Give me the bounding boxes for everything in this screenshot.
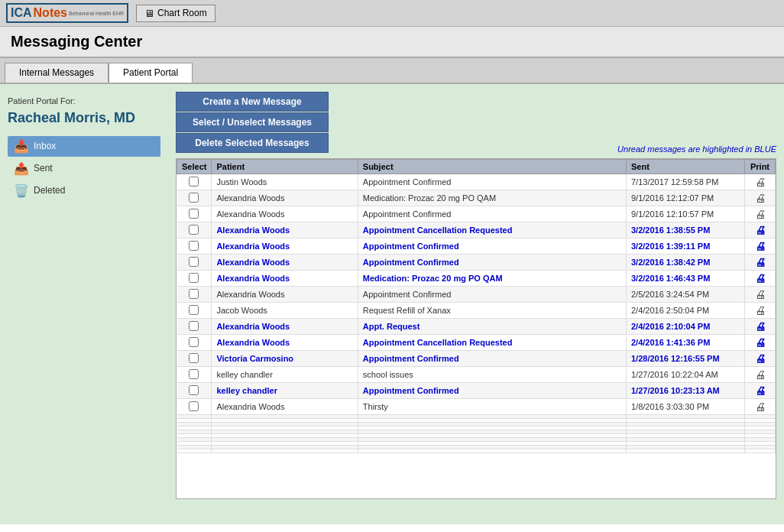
inbox-icon: 📥 — [14, 139, 29, 154]
print-icon[interactable]: 🖨 — [755, 240, 766, 252]
table-row: Alexandria WoodsMedication: Prozac 20 mg… — [177, 271, 776, 287]
sidebar: Patient Portal For: Racheal Morris, MD 📥… — [0, 84, 168, 524]
logo: ICANotes Behavioral Health EHR — [6, 3, 128, 23]
row-checkbox[interactable] — [189, 385, 199, 395]
select-unselect-button[interactable]: Select / Unselect Messages — [176, 112, 329, 132]
row-patient: Alexandria Woods — [212, 319, 358, 335]
row-checkbox[interactable] — [189, 257, 199, 267]
row-patient: kelley chandler — [212, 383, 358, 399]
sent-label: Sent — [34, 163, 53, 174]
row-sent — [627, 449, 745, 453]
table-row — [177, 449, 776, 453]
row-checkbox[interactable] — [189, 241, 199, 251]
row-checkbox[interactable] — [189, 353, 199, 363]
col-patient: Patient — [212, 160, 358, 174]
logo-subtitle: Behavioral Health EHR — [69, 11, 124, 16]
print-icon[interactable]: 🖨 — [755, 336, 766, 349]
row-checkbox[interactable] — [189, 273, 199, 283]
row-subject: school issues — [358, 367, 626, 383]
unread-notice: Unread messages are highlighted in BLUE — [617, 144, 776, 154]
row-checkbox[interactable] — [189, 177, 199, 187]
row-select-cell — [177, 367, 212, 383]
row-patient: Alexandria Woods — [212, 287, 358, 303]
row-select-cell — [177, 206, 212, 222]
row-patient — [212, 449, 358, 453]
row-patient: Alexandria Woods — [212, 222, 358, 238]
print-icon[interactable]: 🖨 — [755, 352, 766, 365]
row-checkbox[interactable] — [189, 337, 199, 347]
row-subject: Medication: Prozac 20 mg PO QAM — [358, 190, 626, 206]
row-sent: 2/4/2016 1:41:36 PM — [627, 335, 745, 351]
row-select-cell — [177, 287, 212, 303]
sidebar-item-inbox[interactable]: 📥 Inbox — [8, 136, 160, 157]
row-checkbox[interactable] — [189, 225, 199, 235]
table-row: Alexandria WoodsMedication: Prozac 20 mg… — [177, 190, 776, 206]
row-sent: 1/27/2016 10:22:04 AM — [627, 367, 745, 383]
main-content: Patient Portal For: Racheal Morris, MD 📥… — [0, 84, 784, 524]
row-sent: 7/13/2017 12:59:58 PM — [627, 174, 745, 190]
row-print-cell: 🖨 — [745, 319, 776, 335]
row-subject: Appointment Confirmed — [358, 255, 626, 271]
tab-patient-portal[interactable]: Patient Portal — [109, 63, 193, 83]
deleted-icon: 🗑️ — [14, 183, 29, 198]
row-select-cell — [177, 222, 212, 238]
table-row: Victoria CarmosinoAppointment Confirmed1… — [177, 351, 776, 367]
row-print-cell: 🖨 — [745, 238, 776, 255]
tab-internal-messages[interactable]: Internal Messages — [5, 63, 109, 83]
print-icon[interactable]: 🖨 — [755, 208, 766, 220]
chart-room-button[interactable]: 🖥 Chart Room — [136, 5, 215, 22]
print-icon[interactable]: 🖨 — [755, 272, 766, 284]
patient-portal-label: Patient Portal For: — [8, 96, 160, 105]
row-checkbox[interactable] — [189, 305, 199, 315]
inbox-label: Inbox — [34, 141, 56, 151]
row-print-cell: 🖨 — [745, 190, 776, 206]
table-row: Jacob WoodsRequest Refill of Xanax2/4/20… — [177, 303, 776, 319]
right-panel: Create a New Message Select / Unselect M… — [168, 84, 784, 524]
title-bar: Messaging Center — [0, 27, 784, 58]
row-subject: Appt. Request — [358, 319, 626, 335]
print-icon[interactable]: 🖨 — [755, 256, 766, 268]
sidebar-item-sent[interactable]: 📤 Sent — [8, 158, 160, 179]
row-subject — [358, 449, 626, 453]
delete-selected-button[interactable]: Delete Selected Messages — [176, 133, 329, 153]
print-icon[interactable]: 🖨 — [755, 224, 766, 236]
message-table-container[interactable]: Select Patient Subject Sent Print Justin… — [176, 158, 776, 499]
print-icon[interactable]: 🖨 — [755, 176, 766, 188]
table-row: Alexandria WoodsAppointment Confirmed2/5… — [177, 287, 776, 303]
chart-room-label: Chart Room — [157, 8, 207, 18]
row-select-cell — [177, 449, 212, 453]
row-subject: Appointment Cancellation Requested — [358, 335, 626, 351]
row-checkbox[interactable] — [189, 401, 199, 411]
row-select-cell — [177, 351, 212, 367]
print-icon[interactable]: 🖨 — [755, 320, 766, 332]
row-print-cell: 🖨 — [745, 399, 776, 415]
message-table: Select Patient Subject Sent Print Justin… — [177, 159, 776, 453]
print-icon[interactable]: 🖨 — [755, 288, 766, 300]
row-checkbox[interactable] — [189, 289, 199, 299]
table-row: Alexandria WoodsAppointment Confirmed3/2… — [177, 255, 776, 271]
sent-icon: 📤 — [14, 161, 29, 176]
print-icon[interactable]: 🖨 — [755, 401, 766, 413]
table-row: Justin WoodsAppointment Confirmed7/13/20… — [177, 174, 776, 190]
row-checkbox[interactable] — [189, 321, 199, 331]
row-select-cell — [177, 399, 212, 415]
row-print-cell: 🖨 — [745, 271, 776, 287]
print-icon[interactable]: 🖨 — [755, 304, 766, 316]
print-icon[interactable]: 🖨 — [755, 192, 766, 204]
print-icon[interactable]: 🖨 — [755, 384, 766, 397]
row-sent: 3/2/2016 1:38:42 PM — [627, 255, 745, 271]
row-print-cell: 🖨 — [745, 367, 776, 383]
row-checkbox[interactable] — [189, 369, 199, 379]
table-row: Alexandria WoodsAppointment Cancellation… — [177, 222, 776, 238]
row-subject: Appointment Confirmed — [358, 383, 626, 399]
print-icon[interactable]: 🖨 — [755, 368, 766, 381]
row-checkbox[interactable] — [189, 209, 199, 219]
row-checkbox[interactable] — [189, 193, 199, 203]
create-message-button[interactable]: Create a New Message — [176, 92, 329, 112]
row-subject: Thirsty — [358, 399, 626, 415]
col-select: Select — [177, 160, 212, 174]
row-print-cell: 🖨 — [745, 255, 776, 271]
table-row: kelley chandlerschool issues1/27/2016 10… — [177, 367, 776, 383]
row-select-cell — [177, 190, 212, 206]
sidebar-item-deleted[interactable]: 🗑️ Deleted — [8, 180, 160, 201]
